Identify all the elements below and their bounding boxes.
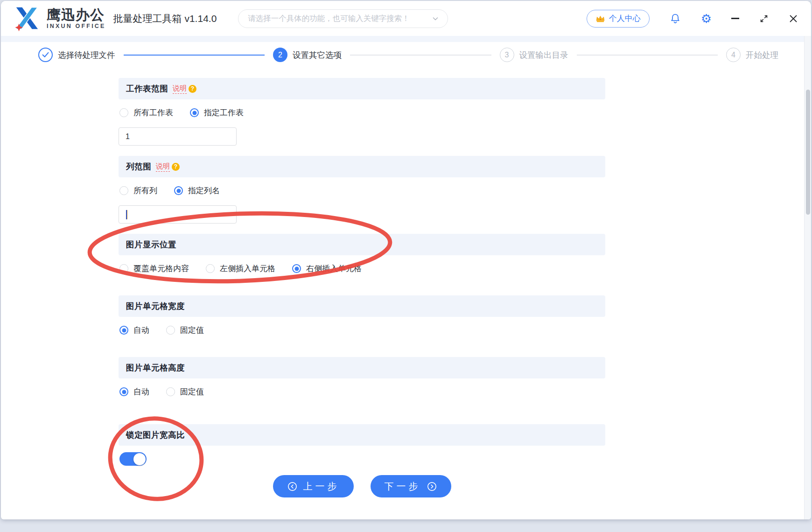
radio-width-fixed[interactable]: 固定值 [166,325,204,336]
radio-label: 指定列名 [188,185,220,196]
settings-button[interactable]: ⚙ [701,13,712,25]
sheet-range-input[interactable] [119,128,236,145]
radio-label: 自动 [133,386,149,397]
app-logo: 鹰迅办公 INXUN OFFICE [12,5,106,32]
radio-insert-right[interactable]: 右侧插入单元格 [292,263,362,274]
section-title: 工作表范围 [126,83,168,94]
section-title: 图片单元格高度 [126,362,185,373]
radio-label: 所有工作表 [133,107,173,118]
radio-circle [119,387,128,396]
section-title: 列范围 [126,161,151,172]
next-step-label: 下一步 [385,480,421,493]
section-header-lock-aspect: 锁定图片宽高比 [119,424,605,446]
radio-specified-columns[interactable]: 指定列名 [174,185,220,196]
section-header-column-range: 列范围 说明 ? [119,156,605,177]
brand-name: 鹰迅办公 INXUN OFFICE [47,7,106,30]
crown-icon [595,14,605,23]
radio-label: 左侧插入单元格 [220,263,275,274]
section-header-cell-height: 图片单元格高度 [119,357,605,378]
user-center-label: 个人中心 [609,13,641,24]
radio-label: 固定值 [180,325,204,336]
maximize-button[interactable] [759,14,769,24]
radio-label: 固定值 [180,386,204,397]
brand-name-cn: 鹰迅办公 [47,7,106,22]
brand-name-en: INXUN OFFICE [47,23,106,29]
radio-circle [174,186,183,195]
step-2-options[interactable]: 2 设置其它选项 [273,48,342,62]
section-title: 图片单元格宽度 [126,301,185,312]
radio-circle [206,264,215,273]
close-icon [789,14,798,23]
header-divider-strip [1,36,811,42]
radio-circle [190,108,199,117]
question-icon[interactable]: ? [172,163,180,171]
step-2-circle: 2 [273,48,287,62]
step-4-circle: 4 [726,48,741,62]
desktop-background: 鹰迅办公 INXUN OFFICE 批量处理工具箱 v1.14.0 请选择一个具… [0,0,812,532]
text-caret [126,210,127,219]
lock-aspect-toggle[interactable] [119,452,147,466]
step-1-select-files[interactable]: 选择待处理文件 [38,48,115,62]
radio-circle [119,264,128,273]
help-link[interactable]: 说明 [173,84,187,94]
step-connector [577,55,718,56]
radio-height-fixed[interactable]: 固定值 [166,386,204,397]
section-header-image-position: 图片显示位置 [119,234,605,255]
prev-step-button[interactable]: 上一步 [273,475,354,497]
scrollbar-thumb[interactable] [806,90,810,215]
step-4-start[interactable]: 4 开始处理 [726,48,778,62]
section-title: 锁定图片宽高比 [126,429,185,441]
radio-all-columns[interactable]: 所有列 [119,185,157,196]
circle-arrow-left-icon [287,481,298,492]
user-center-button[interactable]: 个人中心 [587,10,650,28]
toggle-knob [133,453,146,465]
bell-icon [669,13,681,25]
radio-all-sheets[interactable]: 所有工作表 [119,107,173,118]
cell-height-options: 自动 固定值 [119,386,701,397]
check-icon [42,51,49,58]
column-range-input[interactable] [119,206,236,223]
question-icon[interactable]: ? [189,85,196,93]
step-indicator: 选择待处理文件 2 设置其它选项 3 设置输出目录 4 开始处理 [1,42,811,67]
sheet-range-options: 所有工作表 指定工作表 [119,107,701,118]
radio-width-auto[interactable]: 自动 [119,325,149,336]
radio-circle [119,186,128,195]
radio-specified-sheets[interactable]: 指定工作表 [190,107,244,118]
next-step-button[interactable]: 下一步 [371,475,451,497]
close-button[interactable] [789,14,798,23]
app-window: 鹰迅办公 INXUN OFFICE 批量处理工具箱 v1.14.0 请选择一个具… [1,1,811,519]
radio-circle [119,108,128,117]
step-3-output-dir[interactable]: 3 设置输出目录 [500,48,568,62]
vertical-scrollbar[interactable] [804,36,811,519]
expand-icon [759,14,769,24]
help-link[interactable]: 说明 [156,162,170,172]
radio-overwrite-cell[interactable]: 覆盖单元格内容 [119,263,189,274]
prev-step-label: 上一步 [303,480,340,493]
column-range-options: 所有列 指定列名 [119,185,701,196]
chevron-down-icon [432,15,439,22]
radio-circle [292,264,301,273]
radio-label: 覆盖单元格内容 [133,263,189,274]
function-select[interactable]: 请选择一个具体的功能，也可输入关键字搜索！ [238,9,448,28]
radio-circle [166,387,175,396]
radio-insert-left[interactable]: 左侧插入单元格 [206,263,275,274]
notifications-button[interactable] [669,13,681,25]
step-1-label: 选择待处理文件 [58,49,115,61]
minimize-button[interactable] [731,18,739,19]
radio-label: 指定工作表 [204,107,244,118]
gear-icon: ⚙ [701,13,712,25]
step-3-label: 设置输出目录 [519,49,568,61]
options-form: 工作表范围 说明 ? 所有工作表 指定工作表 [1,67,701,497]
radio-circle [119,326,128,335]
app-title: 批量处理工具箱 v1.14.0 [113,12,217,25]
radio-height-auto[interactable]: 自动 [119,386,149,397]
circle-arrow-right-icon [427,481,437,492]
radio-label: 右侧插入单元格 [306,263,362,274]
step-1-circle [38,48,53,62]
title-bar: 鹰迅办公 INXUN OFFICE 批量处理工具箱 v1.14.0 请选择一个具… [1,1,811,36]
section-title: 图片显示位置 [126,239,176,250]
image-position-options: 覆盖单元格内容 左侧插入单元格 右侧插入单元格 [119,263,701,274]
step-4-label: 开始处理 [746,49,778,61]
minimize-icon [731,18,739,19]
radio-label: 自动 [133,325,149,336]
